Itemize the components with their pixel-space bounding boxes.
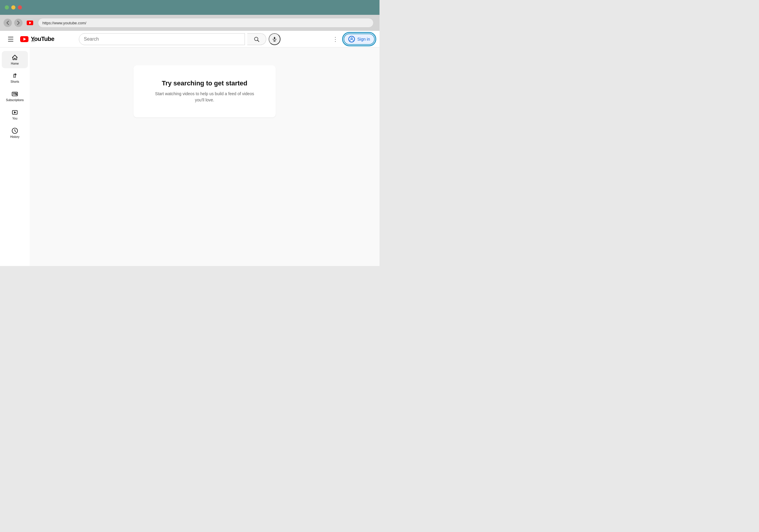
yt-favicon [27,20,33,26]
url-text: https://www.youtube.com/ [42,21,86,25]
hamburger-line [8,37,13,37]
main-content: Try searching to get started Start watch… [30,48,380,266]
youtube-logo[interactable]: YouTube KR [20,36,54,43]
sidebar-item-you[interactable]: You [2,106,28,123]
svg-rect-13 [13,94,15,95]
address-bar[interactable]: https://www.youtube.com/ [38,18,374,27]
shorts-icon [12,72,18,79]
sign-in-button[interactable]: Sign in [343,33,375,45]
youtube-page: YouTube KR [0,31,380,266]
history-icon [12,127,18,134]
subscriptions-icon [12,91,18,97]
sign-in-label: Sign in [357,37,370,42]
sidebar-label-subscriptions: Subscriptions [6,99,24,102]
search-button[interactable] [247,33,266,45]
youtube-header: YouTube KR [0,31,380,48]
traffic-light-green[interactable] [5,5,9,10]
traffic-light-yellow[interactable] [11,5,16,10]
svg-point-9 [351,37,352,39]
svg-marker-17 [14,111,16,113]
home-icon [12,54,18,61]
sidebar-item-shorts[interactable]: Shorts [2,69,28,87]
more-options-button[interactable]: ⋮ [329,33,341,45]
yt-logo-country: KR [31,39,54,43]
svg-rect-6 [274,37,275,39]
yt-logo-icon [20,36,28,42]
search-area [79,33,280,45]
svg-rect-12 [13,93,17,94]
browser-toolbar: https://www.youtube.com/ [0,15,380,31]
traffic-light-red[interactable] [18,5,22,10]
hamburger-line [8,39,13,39]
sidebar-item-home[interactable]: Home [2,51,28,68]
you-icon [12,109,18,116]
microphone-icon [272,36,277,42]
empty-state-card: Try searching to get started Start watch… [134,65,276,117]
header-right: ⋮ Sign in [329,33,375,45]
browser-forward-button[interactable] [14,19,22,27]
yt-body: Home Shorts [0,48,380,266]
search-icon [254,36,260,42]
browser-back-button[interactable] [4,19,12,27]
sidebar-item-subscriptions[interactable]: Subscriptions [2,88,28,105]
empty-state-title: Try searching to get started [151,79,258,87]
hamburger-line [8,41,13,42]
search-box [79,33,245,45]
browser-titlebar [0,0,380,15]
voice-search-button[interactable] [269,33,280,45]
sidebar-label-you: You [13,117,18,120]
sidebar-label-shorts: Shorts [11,80,19,83]
search-input[interactable] [79,36,245,42]
sidebar-item-history[interactable]: History [2,124,28,142]
svg-line-5 [258,40,259,42]
sidebar-label-history: History [10,135,19,139]
sidebar-label-home: Home [11,62,19,65]
empty-state-subtitle: Start watching videos to help us build a… [151,91,258,103]
sidebar: Home Shorts [0,48,30,266]
sign-in-icon [348,36,355,42]
hamburger-menu-button[interactable] [5,33,17,45]
